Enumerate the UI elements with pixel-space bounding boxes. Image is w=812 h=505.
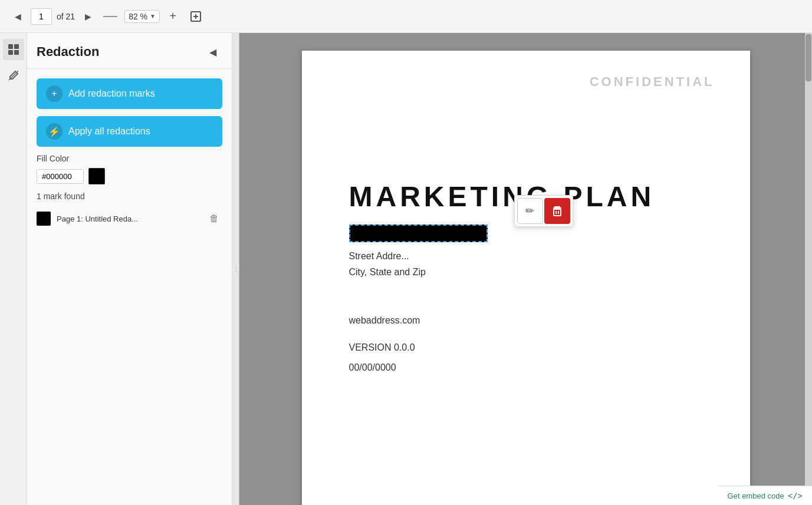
- pdf-version: VERSION 0.0.0: [349, 342, 703, 353]
- grid-icon: [7, 43, 20, 56]
- pdf-address: Street Addre... City, State and Zip: [349, 248, 703, 280]
- chevron-left-icon: ◀: [209, 47, 216, 58]
- apply-redaction-button[interactable]: ⚡ Apply all redactions: [37, 116, 222, 147]
- toolbar-divider: [103, 16, 117, 17]
- context-popup: ✏: [514, 195, 573, 227]
- toolbar: ◀ of 21 ▶ 82 % ▼ +: [0, 0, 812, 33]
- fill-color-input[interactable]: [37, 169, 84, 184]
- zoom-dropdown-arrow[interactable]: ▼: [150, 13, 156, 19]
- code-brackets-icon: </>: [788, 491, 803, 500]
- pdf-address-line1: Street Addre...: [349, 248, 703, 264]
- add-redaction-button[interactable]: + Add redaction marks: [37, 78, 222, 109]
- svg-rect-8: [554, 209, 561, 216]
- pdf-scrollbar[interactable]: [805, 33, 812, 505]
- pencil-slash-icon: [7, 69, 20, 82]
- trash-can-icon: [551, 204, 564, 217]
- add-icon-circle: +: [46, 85, 63, 102]
- fill-color-section: Fill Color: [37, 154, 222, 184]
- fill-color-swatch[interactable]: [88, 168, 105, 184]
- mark-label: Page 1: Untitled Reda...: [57, 214, 200, 223]
- panel-title: Redaction: [37, 44, 99, 60]
- lightning-icon: ⚡: [48, 126, 60, 137]
- panel-header: Redaction ◀: [27, 33, 232, 69]
- main-layout: Redaction ◀ + Add redaction marks ⚡ Appl…: [0, 33, 812, 505]
- pdf-page: CONFIDENTIAL MARKETING PLAN ✏: [302, 51, 750, 505]
- bottom-bar: Get embed code </>: [718, 486, 812, 505]
- svg-rect-3: [8, 44, 13, 49]
- edit-icon: ✏: [525, 204, 534, 217]
- next-page-button[interactable]: ▶: [80, 8, 96, 25]
- pdf-scrollbar-thumb: [806, 34, 811, 81]
- mark-item: Page 1: Untitled Reda... 🗑: [37, 208, 222, 229]
- delete-mark-button[interactable]: [544, 198, 570, 224]
- apply-redaction-label: Apply all redactions: [68, 126, 150, 137]
- page-of-label: of 21: [57, 12, 75, 21]
- mark-color-swatch: [37, 212, 51, 226]
- zoom-display: 82 % ▼: [124, 10, 160, 23]
- edit-mark-button[interactable]: ✏: [517, 198, 543, 224]
- embed-code-label[interactable]: Get embed code: [728, 491, 784, 500]
- grid-view-button[interactable]: [3, 39, 24, 60]
- zoom-in-button[interactable]: +: [165, 8, 181, 25]
- fill-color-label: Fill Color: [37, 154, 222, 163]
- mark-delete-button[interactable]: 🗑: [206, 210, 222, 227]
- fill-color-row: [37, 168, 222, 184]
- zoom-level-label: 82 %: [129, 12, 147, 21]
- redaction-mark-block[interactable]: [349, 225, 488, 242]
- pdf-date: 00/00/0000: [349, 362, 703, 373]
- redaction-tool-button[interactable]: [3, 65, 24, 86]
- svg-rect-6: [14, 50, 19, 55]
- icon-rail: [0, 33, 27, 505]
- svg-rect-5: [8, 50, 13, 55]
- marks-found-label: 1 mark found: [37, 192, 222, 201]
- svg-rect-4: [14, 44, 19, 49]
- add-redaction-label: Add redaction marks: [68, 88, 155, 99]
- collapse-handle[interactable]: ⋮: [232, 33, 239, 505]
- handle-dots-icon: ⋮: [233, 266, 239, 272]
- redaction-panel: Redaction ◀ + Add redaction marks ⚡ Appl…: [27, 33, 232, 505]
- trash-icon: 🗑: [209, 213, 219, 224]
- pdf-web-address: webaddress.com: [349, 315, 703, 326]
- panel-body: + Add redaction marks ⚡ Apply all redact…: [27, 69, 232, 239]
- pdf-address-line2: City, State and Zip: [349, 264, 703, 280]
- pdf-viewer[interactable]: CONFIDENTIAL MARKETING PLAN ✏: [239, 33, 812, 505]
- page-number-input[interactable]: [31, 8, 52, 25]
- svg-line-7: [9, 71, 18, 80]
- prev-page-button[interactable]: ◀: [9, 8, 26, 25]
- lightning-icon-circle: ⚡: [46, 123, 63, 140]
- plus-icon: +: [51, 88, 57, 99]
- panel-collapse-button[interactable]: ◀: [203, 42, 222, 61]
- fit-page-button[interactable]: [186, 6, 206, 27]
- fit-page-icon: [189, 10, 202, 23]
- pdf-confidential-watermark: CONFIDENTIAL: [590, 74, 715, 90]
